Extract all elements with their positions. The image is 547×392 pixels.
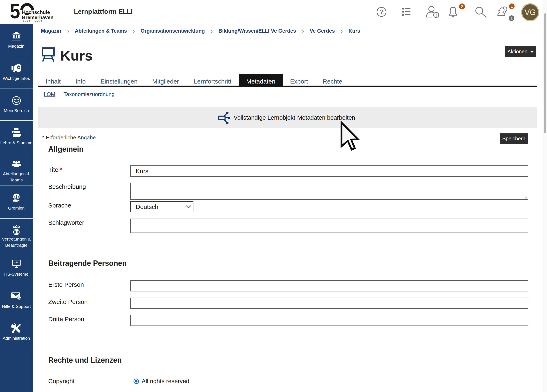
svg-text:?: ?: [18, 296, 20, 299]
svg-text:5: 5: [10, 2, 20, 23]
svg-text:1975 – 2025: 1975 – 2025: [23, 19, 43, 22]
svg-text:?: ?: [380, 8, 383, 15]
svg-text:Hochschule: Hochschule: [22, 9, 50, 15]
